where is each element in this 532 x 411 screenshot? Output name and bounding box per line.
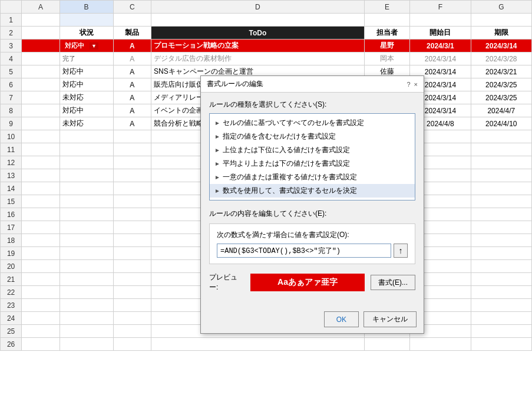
cell-b3[interactable]: 対応中 ▼ <box>60 40 113 52</box>
cell-b2[interactable]: 状況 <box>60 27 113 40</box>
row-header-9: 9 <box>1 117 22 130</box>
cell-g1[interactable] <box>471 14 531 27</box>
rule-item-5[interactable]: ► 一意の値または重複する値だけを書式設定 <box>210 170 415 184</box>
row-header-6: 6 <box>1 78 22 91</box>
cell-d2[interactable]: ToDo <box>151 27 365 40</box>
cell-c3[interactable]: A <box>113 40 151 52</box>
cell-a8[interactable] <box>22 104 60 117</box>
rule-item-3[interactable]: ► 上位または下位に入る値だけを書式設定 <box>210 143 415 157</box>
cell-f2[interactable]: 開始日 <box>410 27 471 40</box>
cell-f4[interactable]: 2024/3/14 <box>410 52 471 65</box>
cell-g8[interactable]: 2024/4/7 <box>471 104 531 117</box>
cell-b4[interactable]: 完了 <box>60 52 113 65</box>
cell-g9[interactable]: 2024/4/10 <box>471 117 531 130</box>
row-header-3: 3 <box>1 40 22 52</box>
table-row: 2 状況 製品 ToDo 担当者 開始日 期限 <box>1 27 532 40</box>
format-button[interactable]: 書式(E)... <box>371 275 415 290</box>
cell-d3[interactable]: プロモーション戦略の立案 <box>151 40 365 52</box>
cell-c2[interactable]: 製品 <box>113 27 151 40</box>
row-header-1: 1 <box>1 14 22 27</box>
col-header-c[interactable]: C <box>113 1 151 14</box>
preview-box: Aaあぁアァ亜字 <box>250 274 365 291</box>
rule-item-2[interactable]: ► 指定の値を含むセルだけを書式設定 <box>210 130 415 143</box>
cell-a4[interactable] <box>22 52 60 65</box>
status-badge-4: 完了 <box>62 55 75 62</box>
corner-header <box>1 1 22 14</box>
cell-c7[interactable]: A <box>113 91 151 104</box>
cell-b7[interactable]: 未対応 <box>60 91 113 104</box>
cell-a6[interactable] <box>22 78 60 91</box>
cancel-button[interactable]: キャンセル <box>364 311 417 327</box>
cell-a7[interactable] <box>22 91 60 104</box>
cell-c4[interactable]: A <box>113 52 151 65</box>
dialog-footer: OK キャンセル <box>201 308 424 333</box>
formula-collapse-button[interactable]: ↑ <box>394 244 408 258</box>
cell-a3[interactable] <box>22 40 60 52</box>
cell-a9[interactable] <box>22 117 60 130</box>
status-badge-3: 対応中 <box>62 41 87 51</box>
dialog-body: ルールの種類を選択してください(S): ► セルの値に基づいてすべてのセルを書式… <box>201 93 424 308</box>
dropdown-arrow-3[interactable]: ▼ <box>90 42 98 50</box>
rule-arrow-4: ► <box>214 160 220 167</box>
rule-label-5: 一意の値または重複する値だけを書式設定 <box>223 172 357 182</box>
dialog-titlebar: 書式ルールの編集 ? × <box>201 76 424 93</box>
rule-item-6[interactable]: ► 数式を使用して、書式設定するセルを決定 <box>210 184 415 198</box>
section1-label: ルールの種類を選択してください(S): <box>209 100 415 110</box>
formula-input-row: ↑ <box>217 244 408 258</box>
rule-label-6: 数式を使用して、書式設定するセルを決定 <box>223 186 357 196</box>
cell-d4[interactable]: デジタル広告の素材制作 <box>151 52 365 65</box>
cell-g2[interactable]: 期限 <box>471 27 531 40</box>
help-button[interactable]: ? <box>407 81 410 88</box>
rule-item-1[interactable]: ► セルの値に基づいてすべてのセルを書式設定 <box>210 116 415 130</box>
formula-section: 次の数式を満たす場合に値を書式設定(O): ↑ <box>209 223 415 264</box>
cell-f1[interactable] <box>410 14 471 27</box>
col-header-a[interactable]: A <box>22 1 60 14</box>
cell-b1[interactable] <box>60 14 113 27</box>
row-header-2: 2 <box>1 27 22 40</box>
cell-e2[interactable]: 担当者 <box>364 27 410 40</box>
cell-b9[interactable]: 未対応 <box>60 117 113 130</box>
cell-g4[interactable]: 2024/3/28 <box>471 52 531 65</box>
row-header-7: 7 <box>1 91 22 104</box>
cell-g7[interactable]: 2024/3/25 <box>471 91 531 104</box>
row-header-5: 5 <box>1 65 22 78</box>
cell-e3[interactable]: 星野 <box>364 40 410 52</box>
col-header-g[interactable]: G <box>471 1 531 14</box>
col-header-d[interactable]: D <box>151 1 365 14</box>
cell-b6[interactable]: 対応中 <box>60 78 113 91</box>
col-header-b[interactable]: B <box>60 1 113 14</box>
cell-c5[interactable]: A <box>113 65 151 78</box>
cell-d1[interactable] <box>151 14 365 27</box>
cell-c9[interactable]: A <box>113 117 151 130</box>
cell-b8[interactable]: 対応中 <box>60 104 113 117</box>
cell-c1[interactable] <box>113 14 151 27</box>
cell-b5[interactable]: 対応中 <box>60 65 113 78</box>
dialog-controls: ? × <box>407 81 418 88</box>
spreadsheet: A B C D E F G 1 2 <box>0 0 532 411</box>
close-icon[interactable]: × <box>414 81 418 88</box>
cell-a2[interactable] <box>22 27 60 40</box>
cell-e1[interactable] <box>364 14 410 27</box>
cell-g6[interactable]: 2024/3/25 <box>471 78 531 91</box>
table-row: 1 <box>1 14 532 27</box>
rule-arrow-1: ► <box>214 120 220 126</box>
formula-label: 次の数式を満たす場合に値を書式設定(O): <box>217 230 408 240</box>
formula-input[interactable] <box>217 244 391 258</box>
cell-f3[interactable]: 2024/3/1 <box>410 40 471 52</box>
rule-label-4: 平均より上または下の値だけを書式設定 <box>223 159 350 169</box>
cell-a1[interactable] <box>22 14 60 27</box>
table-row: 4 完了 A デジタル広告の素材制作 岡本 2024/3/14 2024/3/2… <box>1 52 532 65</box>
col-header-e[interactable]: E <box>364 1 410 14</box>
rule-arrow-2: ► <box>214 133 220 140</box>
cell-a5[interactable] <box>22 65 60 78</box>
table-row: 3 対応中 ▼ A プロモーション戦略の立案 星野 2024/3/1 2024/… <box>1 40 532 52</box>
col-header-f[interactable]: F <box>410 1 471 14</box>
cell-e4[interactable]: 岡本 <box>364 52 410 65</box>
rule-item-4[interactable]: ► 平均より上または下の値だけを書式設定 <box>210 157 415 170</box>
cell-g3[interactable]: 2024/3/14 <box>471 40 531 52</box>
ok-button[interactable]: OK <box>324 311 359 327</box>
format-rule-dialog: 書式ルールの編集 ? × ルールの種類を選択してください(S): ► セルの値に… <box>200 75 424 334</box>
cell-c8[interactable]: A <box>113 104 151 117</box>
cell-c6[interactable]: A <box>113 78 151 91</box>
cell-g5[interactable]: 2024/3/21 <box>471 65 531 78</box>
